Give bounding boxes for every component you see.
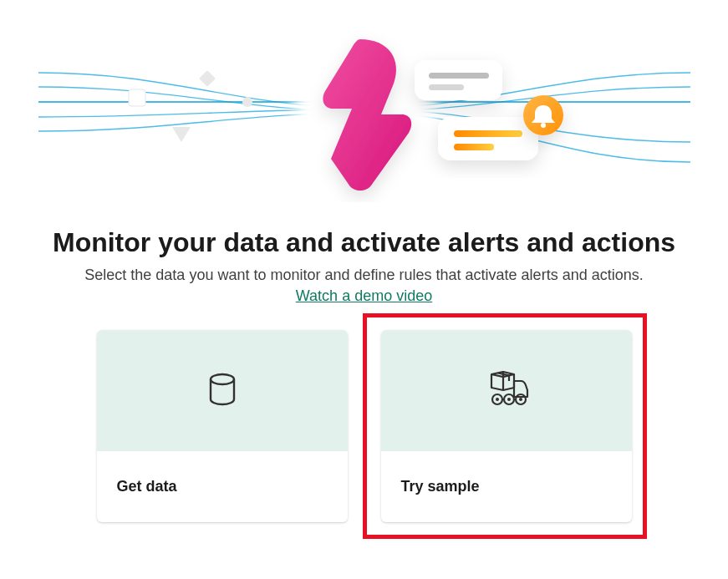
svg-rect-4	[415, 60, 502, 100]
svg-point-12	[211, 374, 234, 384]
svg-rect-9	[454, 144, 494, 150]
svg-point-18	[519, 398, 522, 401]
svg-rect-1	[199, 70, 216, 87]
page-heading: Monitor your data and activate alerts an…	[53, 227, 675, 258]
try-sample-label: Try sample	[401, 478, 480, 495]
hero-illustration	[22, 10, 707, 202]
delivery-truck-icon	[484, 371, 529, 411]
svg-point-2	[242, 97, 252, 107]
database-icon	[204, 371, 241, 411]
get-data-card-header	[97, 330, 348, 451]
svg-rect-7	[438, 117, 538, 160]
svg-rect-5	[429, 73, 489, 79]
page-subheading: Select the data you want to monitor and …	[84, 267, 643, 284]
option-cards-row: Get data	[97, 330, 632, 522]
svg-rect-0	[129, 89, 145, 106]
try-sample-card[interactable]: Try sample	[381, 330, 632, 522]
svg-point-14	[496, 398, 499, 401]
svg-point-16	[507, 398, 511, 401]
watch-demo-link[interactable]: Watch a demo video	[296, 287, 432, 305]
get-data-card[interactable]: Get data	[97, 330, 348, 522]
svg-point-11	[541, 123, 546, 128]
svg-rect-6	[429, 84, 464, 90]
try-sample-card-header	[381, 330, 632, 451]
svg-rect-8	[454, 130, 522, 137]
get-data-label: Get data	[117, 478, 177, 495]
